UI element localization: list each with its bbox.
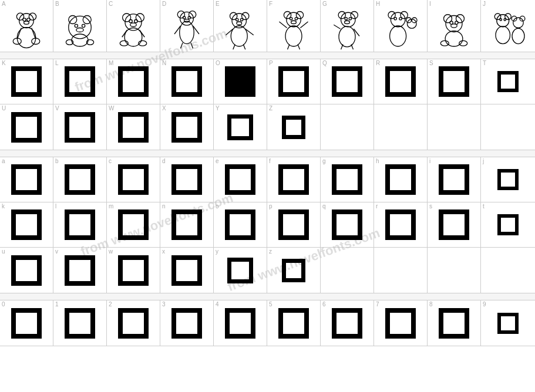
cell-8: 8 <box>428 300 481 346</box>
glyph-a <box>11 164 42 195</box>
glyph-i <box>439 164 469 195</box>
cell-empty-8 <box>481 248 534 293</box>
svg-point-67 <box>345 18 347 20</box>
svg-point-15 <box>82 24 85 27</box>
cell-t: t <box>481 202 534 247</box>
glyph-z <box>282 259 305 282</box>
label-s: s <box>429 204 432 209</box>
cell-s: s <box>428 202 481 247</box>
svg-point-59 <box>285 26 302 46</box>
svg-point-34 <box>183 16 185 19</box>
glyph-d <box>171 164 202 195</box>
label-V: V <box>55 106 59 111</box>
label-n: n <box>162 204 166 209</box>
glyph-t <box>497 214 519 235</box>
cell-empty-4 <box>481 104 534 150</box>
uppercase-section: K L M N O P Q <box>0 59 535 150</box>
glyph-3 <box>171 308 202 339</box>
cell-f: f <box>267 157 321 202</box>
glyph-L <box>65 66 95 97</box>
label-S: S <box>429 60 433 66</box>
svg-point-25 <box>130 23 137 26</box>
section-gap-1 <box>0 52 535 59</box>
svg-point-5 <box>24 21 29 24</box>
cell-w: w <box>107 248 160 293</box>
svg-point-87 <box>450 21 453 24</box>
cell-x: x <box>160 248 214 293</box>
glyph-T <box>497 71 519 92</box>
svg-point-48 <box>231 26 247 46</box>
cell-Z: Z <box>267 104 321 150</box>
cell-0: 0 <box>0 300 53 346</box>
bear-section: A B <box>0 0 535 52</box>
svg-point-102 <box>512 28 524 43</box>
svg-point-99 <box>513 18 523 28</box>
cell-2: 2 <box>107 300 160 346</box>
svg-point-14 <box>75 24 78 27</box>
cell-3: 3 <box>160 300 214 346</box>
svg-point-11 <box>69 16 92 39</box>
glyph-Y <box>227 114 253 140</box>
cell-a: a <box>0 157 53 202</box>
glyph-m <box>118 209 149 240</box>
svg-line-40 <box>181 43 183 49</box>
svg-point-64 <box>341 12 356 27</box>
label-i: i <box>429 158 430 164</box>
cell-H: H <box>374 0 428 52</box>
cell-z: z <box>267 248 321 293</box>
glyph-Q <box>332 66 362 97</box>
label-k: k <box>2 204 5 209</box>
cell-P: P <box>267 59 321 104</box>
cell-I: I <box>428 0 481 52</box>
cell-k: k <box>0 202 53 247</box>
label-P: P <box>269 60 273 66</box>
glyph-s <box>439 209 469 240</box>
svg-line-71 <box>334 25 340 29</box>
cell-1: 1 <box>53 300 107 346</box>
glyph-2 <box>118 308 149 339</box>
glyph-Z <box>282 116 305 139</box>
glyph-e <box>225 164 255 195</box>
label-E: E <box>216 1 220 7</box>
label-z: z <box>269 249 272 255</box>
cell-6: 6 <box>321 300 374 346</box>
svg-point-4 <box>27 18 30 21</box>
label-g: g <box>322 158 326 164</box>
cell-j: j <box>481 157 534 202</box>
label-c: c <box>109 158 112 164</box>
cell-S: S <box>428 59 481 104</box>
svg-point-45 <box>236 18 238 21</box>
glyph-q <box>332 209 362 240</box>
cell-v: v <box>53 248 107 293</box>
label-L: L <box>55 60 59 66</box>
cell-9: 9 <box>481 300 534 346</box>
label-h: h <box>376 158 379 164</box>
glyph-f <box>278 164 309 195</box>
svg-point-16 <box>76 28 83 32</box>
svg-point-58 <box>291 21 297 23</box>
label-b: b <box>55 158 59 164</box>
glyph-7 <box>385 308 416 339</box>
cell-B: B <box>53 0 107 52</box>
label-r: r <box>376 204 378 209</box>
svg-point-37 <box>180 21 194 44</box>
svg-point-91 <box>440 40 449 46</box>
glyph-X <box>171 112 202 143</box>
label-t: t <box>483 204 484 209</box>
glyph-N <box>171 66 202 97</box>
svg-point-93 <box>496 15 509 27</box>
cell-empty-7 <box>428 248 481 293</box>
label-U: U <box>2 106 6 111</box>
glyph-k <box>11 209 42 240</box>
label-Z: Z <box>269 106 272 111</box>
svg-point-79 <box>399 18 402 20</box>
svg-point-88 <box>455 21 458 24</box>
cell-b: b <box>53 157 107 202</box>
label-v: v <box>55 249 58 255</box>
svg-point-89 <box>451 24 457 28</box>
svg-point-66 <box>351 12 358 19</box>
label-X: X <box>162 106 166 111</box>
svg-point-24 <box>134 20 137 23</box>
glyph-6 <box>332 308 362 339</box>
label-T: T <box>483 60 486 66</box>
